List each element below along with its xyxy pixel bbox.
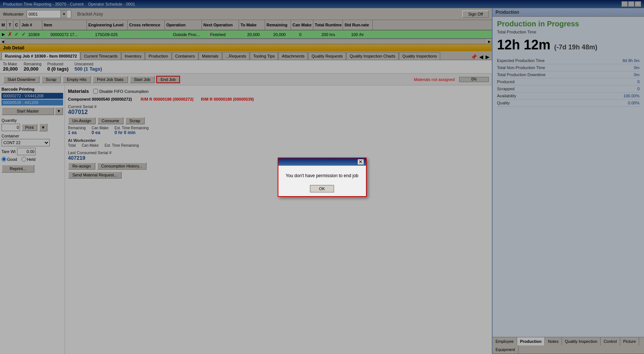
- modal-close-button[interactable]: ✕: [358, 159, 364, 165]
- modal-footer: OK: [278, 183, 366, 196]
- modal-body: You don't have permission to end job: [278, 166, 366, 183]
- modal-ok-button[interactable]: OK: [310, 185, 334, 192]
- modal-titlebar: ✕: [278, 158, 366, 166]
- modal-dialog: ✕ You don't have permission to end job O…: [278, 157, 367, 197]
- modal-overlay[interactable]: ✕ You don't have permission to end job O…: [0, 0, 644, 354]
- modal-message: You don't have permission to end job: [286, 173, 359, 178]
